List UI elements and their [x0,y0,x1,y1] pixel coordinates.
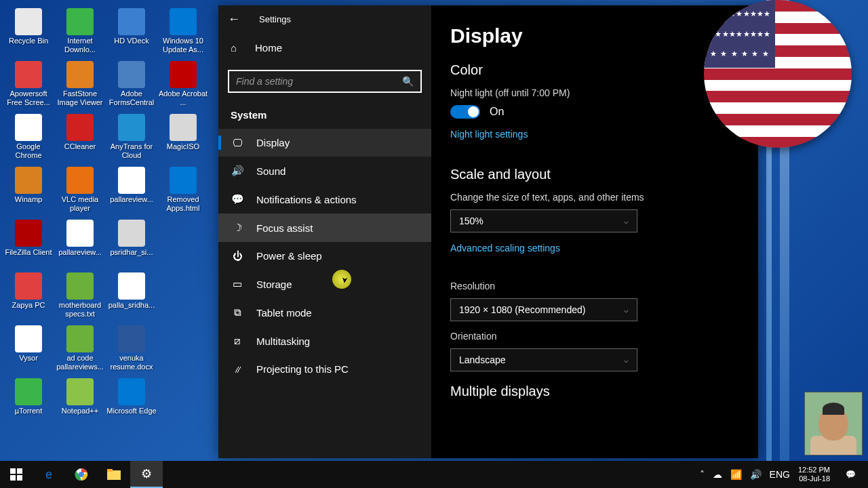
svg-rect-3 [17,475,22,481]
svg-rect-0 [10,468,16,474]
chevron-down-icon: ⌵ [624,356,629,365]
app-icon [15,114,42,141]
icon-label: Adobe Acrobat ... [158,89,208,106]
night-light-toggle[interactable] [450,105,480,119]
desktop-icon[interactable]: Notepad++ [54,375,106,426]
nav-icon: ⧉ [231,306,244,319]
desktop-icon[interactable]: Google Chrome [3,111,54,161]
desktop-icon[interactable]: Adobe Acrobat ... [157,58,209,108]
desktop-icon[interactable]: AnyTrans for Cloud [106,111,157,161]
nav-label: Display [256,137,290,148]
svg-rect-2 [10,475,16,481]
clock-date: 08-Jul-18 [798,474,830,483]
tray-language[interactable]: ENG [770,469,790,480]
tray-volume-icon[interactable]: 🔊 [750,469,762,480]
scale-dropdown[interactable]: 150% ⌵ [450,209,637,232]
desktop-icon[interactable]: venuka resume.docx [106,323,157,373]
desktop-icon[interactable]: Microsoft Edge [106,375,157,426]
desktop-icon[interactable]: MagicISO [157,111,209,161]
action-center-button[interactable]: 💬 [837,461,864,488]
desktop-icon[interactable]: pallareview... [54,217,106,267]
nav-item-projecting-to-this-pc[interactable]: ⫽Projecting to this PC [218,355,431,383]
desktop-icon[interactable]: Winamp [3,164,54,214]
settings-sidebar: ← Settings ⌂ Home 🔍 System 🖵Display🔊Soun… [218,5,431,458]
nav-icon: ▭ [231,278,244,290]
tray-chevron-icon[interactable]: ˄ [700,469,705,480]
page-title: Display [450,24,739,47]
icon-label: Apowersoft Free Scree... [3,89,54,106]
home-button[interactable]: ⌂ Home [218,33,431,63]
app-icon [66,378,94,405]
desktop-icon[interactable]: Apowersoft Free Scree... [3,58,54,108]
search-input[interactable] [236,76,402,87]
nav-item-power-sleep[interactable]: ⏻Power & sleep [218,242,431,270]
search-box[interactable]: 🔍 [228,70,422,93]
scale-label: Change the size of text, apps, and other… [450,192,739,203]
tray-onedrive-icon[interactable]: ☁ [713,469,722,480]
resolution-dropdown[interactable]: 1920 × 1080 (Recommended) ⌵ [450,298,637,321]
desktop-icon[interactable]: Internet Downlo... [54,5,106,56]
taskbar-file-explorer[interactable] [98,461,130,488]
desktop-icon[interactable]: Windows 10 Update As... [157,5,209,56]
chevron-down-icon: ⌵ [624,306,629,314]
desktop-icon[interactable]: VLC media player [54,164,106,214]
desktop-icon[interactable]: Removed Apps.html [157,164,209,214]
desktop-icon[interactable]: pallareview... [106,164,157,214]
nav-item-tablet-mode[interactable]: ⧉Tablet mode [218,298,431,327]
icon-label: Winamp [15,195,42,204]
icon-label: Adobe FormsCentral [106,89,157,106]
desktop-icon[interactable]: Adobe FormsCentral [106,58,157,108]
color-section-header: Color [450,62,739,78]
taskbar-edge[interactable]: e [33,461,65,488]
icon-label: venuka resume.docx [106,354,157,371]
icon-label: pallareview... [110,195,153,204]
resolution-value: 1920 × 1080 (Recommended) [459,304,585,315]
nav-icon: 💬 [231,193,244,205]
desktop-icon[interactable]: ad code pallareviews... [54,323,106,373]
category-label: System [218,105,431,129]
desktop-icon[interactable]: motherboard specs.txt [54,270,106,320]
back-button[interactable]: ← [228,12,240,26]
nav-item-display[interactable]: 🖵Display [218,129,431,157]
nav-item-notifications-actions[interactable]: 💬Notifications & actions [218,185,431,214]
system-tray: ˄ ☁ 📶 🔊 ENG [700,469,790,480]
taskbar-chrome[interactable] [65,461,98,488]
icon-label: Windows 10 Update As... [158,37,208,54]
nav-item-focus-assist[interactable]: ☽Focus assist [218,214,431,242]
resolution-label: Resolution [450,281,739,291]
orientation-value: Landscape [459,354,506,365]
desktop-icon[interactable]: FileZilla Client [3,217,54,267]
icon-label: Notepad++ [62,407,98,415]
orientation-dropdown[interactable]: Landscape ⌵ [450,348,637,371]
desktop-icon[interactable]: Vysor [3,323,54,373]
night-light-settings-link[interactable]: Night light settings [450,129,528,140]
nav-icon: 🖵 [231,137,244,148]
desktop-icon[interactable]: FastStone Image Viewer [54,58,106,108]
icon-label: Recycle Bin [9,37,48,45]
desktop-icon[interactable]: CCleaner [54,111,106,161]
desktop-icon[interactable]: palla_sridha... [106,270,157,320]
taskbar-clock[interactable]: 12:52 PM 08-Jul-18 [798,466,830,483]
desktop-icon[interactable]: Zapya PC [3,270,54,320]
advanced-scaling-link[interactable]: Advanced scaling settings [450,243,560,253]
icon-label: ad code pallareviews... [55,354,105,371]
tray-wifi-icon[interactable]: 📶 [730,469,742,480]
icon-label: palla_sridha... [108,301,155,310]
desktop-icon[interactable]: psridhar_si... [106,217,157,267]
app-icon [118,272,145,300]
settings-window: ← Settings ⌂ Home 🔍 System 🖵Display🔊Soun… [218,5,758,458]
desktop-icon[interactable]: HD VDeck [106,5,157,56]
nav-item-sound[interactable]: 🔊Sound [218,157,431,185]
start-button[interactable] [0,461,33,488]
nav-item-storage[interactable]: ▭Storage [218,270,431,298]
desktop-icon[interactable]: Recycle Bin [3,5,54,56]
icon-label: VLC media player [55,195,105,212]
nav-item-multitasking[interactable]: ⧄Multitasking [218,327,431,355]
nav-label: Focus assist [256,222,313,234]
taskbar-settings[interactable]: ⚙ [130,461,163,488]
desktop-icon[interactable]: µTorrent [3,375,54,426]
app-icon [66,325,94,352]
search-icon: 🔍 [402,76,414,87]
icon-label: CCleaner [64,142,96,151]
app-icon [15,61,42,88]
